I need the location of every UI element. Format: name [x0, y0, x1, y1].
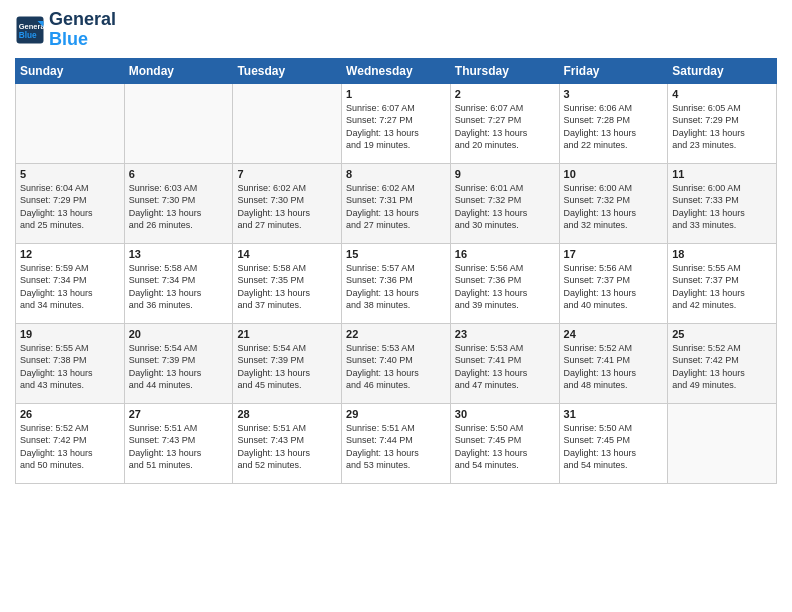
calendar-cell: 4Sunrise: 6:05 AM Sunset: 7:29 PM Daylig…: [668, 83, 777, 163]
calendar-cell: [233, 83, 342, 163]
day-number: 12: [20, 248, 120, 260]
header-day-saturday: Saturday: [668, 58, 777, 83]
day-info: Sunrise: 6:02 AM Sunset: 7:31 PM Dayligh…: [346, 182, 446, 232]
day-info: Sunrise: 6:00 AM Sunset: 7:33 PM Dayligh…: [672, 182, 772, 232]
day-info: Sunrise: 5:53 AM Sunset: 7:40 PM Dayligh…: [346, 342, 446, 392]
calendar-cell: 14Sunrise: 5:58 AM Sunset: 7:35 PM Dayli…: [233, 243, 342, 323]
svg-text:Blue: Blue: [19, 30, 37, 39]
header-day-wednesday: Wednesday: [342, 58, 451, 83]
day-info: Sunrise: 5:58 AM Sunset: 7:35 PM Dayligh…: [237, 262, 337, 312]
calendar-cell: 9Sunrise: 6:01 AM Sunset: 7:32 PM Daylig…: [450, 163, 559, 243]
day-info: Sunrise: 5:51 AM Sunset: 7:44 PM Dayligh…: [346, 422, 446, 472]
day-number: 10: [564, 168, 664, 180]
calendar-cell: 5Sunrise: 6:04 AM Sunset: 7:29 PM Daylig…: [16, 163, 125, 243]
calendar-cell: 28Sunrise: 5:51 AM Sunset: 7:43 PM Dayli…: [233, 403, 342, 483]
day-info: Sunrise: 5:55 AM Sunset: 7:37 PM Dayligh…: [672, 262, 772, 312]
header-day-monday: Monday: [124, 58, 233, 83]
calendar-cell: 11Sunrise: 6:00 AM Sunset: 7:33 PM Dayli…: [668, 163, 777, 243]
calendar-cell: 23Sunrise: 5:53 AM Sunset: 7:41 PM Dayli…: [450, 323, 559, 403]
calendar-cell: 18Sunrise: 5:55 AM Sunset: 7:37 PM Dayli…: [668, 243, 777, 323]
calendar-cell: 30Sunrise: 5:50 AM Sunset: 7:45 PM Dayli…: [450, 403, 559, 483]
day-info: Sunrise: 5:50 AM Sunset: 7:45 PM Dayligh…: [455, 422, 555, 472]
header-day-thursday: Thursday: [450, 58, 559, 83]
header-day-tuesday: Tuesday: [233, 58, 342, 83]
day-number: 11: [672, 168, 772, 180]
day-number: 29: [346, 408, 446, 420]
day-number: 26: [20, 408, 120, 420]
calendar-cell: 24Sunrise: 5:52 AM Sunset: 7:41 PM Dayli…: [559, 323, 668, 403]
calendar-cell: 19Sunrise: 5:55 AM Sunset: 7:38 PM Dayli…: [16, 323, 125, 403]
day-info: Sunrise: 6:07 AM Sunset: 7:27 PM Dayligh…: [455, 102, 555, 152]
calendar-cell: 20Sunrise: 5:54 AM Sunset: 7:39 PM Dayli…: [124, 323, 233, 403]
header-day-friday: Friday: [559, 58, 668, 83]
calendar-cell: 27Sunrise: 5:51 AM Sunset: 7:43 PM Dayli…: [124, 403, 233, 483]
calendar-cell: 12Sunrise: 5:59 AM Sunset: 7:34 PM Dayli…: [16, 243, 125, 323]
calendar-cell: 29Sunrise: 5:51 AM Sunset: 7:44 PM Dayli…: [342, 403, 451, 483]
day-number: 21: [237, 328, 337, 340]
page-container: General Blue GeneralBlue SundayMondayTue…: [0, 0, 792, 494]
day-number: 15: [346, 248, 446, 260]
logo-text: GeneralBlue: [49, 10, 116, 50]
calendar-cell: [668, 403, 777, 483]
calendar-cell: 17Sunrise: 5:56 AM Sunset: 7:37 PM Dayli…: [559, 243, 668, 323]
day-number: 17: [564, 248, 664, 260]
day-number: 19: [20, 328, 120, 340]
day-info: Sunrise: 6:03 AM Sunset: 7:30 PM Dayligh…: [129, 182, 229, 232]
calendar-cell: 21Sunrise: 5:54 AM Sunset: 7:39 PM Dayli…: [233, 323, 342, 403]
week-row-2: 12Sunrise: 5:59 AM Sunset: 7:34 PM Dayli…: [16, 243, 777, 323]
day-info: Sunrise: 6:05 AM Sunset: 7:29 PM Dayligh…: [672, 102, 772, 152]
calendar-cell: 2Sunrise: 6:07 AM Sunset: 7:27 PM Daylig…: [450, 83, 559, 163]
calendar-cell: 13Sunrise: 5:58 AM Sunset: 7:34 PM Dayli…: [124, 243, 233, 323]
calendar-table: SundayMondayTuesdayWednesdayThursdayFrid…: [15, 58, 777, 484]
day-info: Sunrise: 5:50 AM Sunset: 7:45 PM Dayligh…: [564, 422, 664, 472]
day-info: Sunrise: 5:56 AM Sunset: 7:37 PM Dayligh…: [564, 262, 664, 312]
day-info: Sunrise: 5:58 AM Sunset: 7:34 PM Dayligh…: [129, 262, 229, 312]
day-info: Sunrise: 5:51 AM Sunset: 7:43 PM Dayligh…: [237, 422, 337, 472]
day-number: 30: [455, 408, 555, 420]
calendar-cell: 7Sunrise: 6:02 AM Sunset: 7:30 PM Daylig…: [233, 163, 342, 243]
calendar-cell: 6Sunrise: 6:03 AM Sunset: 7:30 PM Daylig…: [124, 163, 233, 243]
calendar-cell: 15Sunrise: 5:57 AM Sunset: 7:36 PM Dayli…: [342, 243, 451, 323]
day-number: 31: [564, 408, 664, 420]
day-info: Sunrise: 5:54 AM Sunset: 7:39 PM Dayligh…: [237, 342, 337, 392]
day-number: 6: [129, 168, 229, 180]
day-info: Sunrise: 5:55 AM Sunset: 7:38 PM Dayligh…: [20, 342, 120, 392]
calendar-cell: 10Sunrise: 6:00 AM Sunset: 7:32 PM Dayli…: [559, 163, 668, 243]
day-number: 28: [237, 408, 337, 420]
day-number: 7: [237, 168, 337, 180]
day-number: 14: [237, 248, 337, 260]
day-number: 13: [129, 248, 229, 260]
week-row-4: 26Sunrise: 5:52 AM Sunset: 7:42 PM Dayli…: [16, 403, 777, 483]
week-row-1: 5Sunrise: 6:04 AM Sunset: 7:29 PM Daylig…: [16, 163, 777, 243]
header: General Blue GeneralBlue: [15, 10, 777, 50]
day-number: 2: [455, 88, 555, 100]
day-info: Sunrise: 6:02 AM Sunset: 7:30 PM Dayligh…: [237, 182, 337, 232]
day-number: 3: [564, 88, 664, 100]
calendar-cell: 8Sunrise: 6:02 AM Sunset: 7:31 PM Daylig…: [342, 163, 451, 243]
day-info: Sunrise: 5:52 AM Sunset: 7:42 PM Dayligh…: [672, 342, 772, 392]
day-info: Sunrise: 5:52 AM Sunset: 7:42 PM Dayligh…: [20, 422, 120, 472]
header-row: SundayMondayTuesdayWednesdayThursdayFrid…: [16, 58, 777, 83]
day-number: 22: [346, 328, 446, 340]
calendar-cell: 16Sunrise: 5:56 AM Sunset: 7:36 PM Dayli…: [450, 243, 559, 323]
day-info: Sunrise: 5:52 AM Sunset: 7:41 PM Dayligh…: [564, 342, 664, 392]
day-info: Sunrise: 6:01 AM Sunset: 7:32 PM Dayligh…: [455, 182, 555, 232]
day-info: Sunrise: 5:53 AM Sunset: 7:41 PM Dayligh…: [455, 342, 555, 392]
calendar-cell: [16, 83, 125, 163]
day-info: Sunrise: 5:56 AM Sunset: 7:36 PM Dayligh…: [455, 262, 555, 312]
day-info: Sunrise: 5:59 AM Sunset: 7:34 PM Dayligh…: [20, 262, 120, 312]
logo-icon: General Blue: [15, 15, 45, 45]
day-number: 20: [129, 328, 229, 340]
week-row-3: 19Sunrise: 5:55 AM Sunset: 7:38 PM Dayli…: [16, 323, 777, 403]
day-info: Sunrise: 6:06 AM Sunset: 7:28 PM Dayligh…: [564, 102, 664, 152]
calendar-cell: [124, 83, 233, 163]
calendar-cell: 26Sunrise: 5:52 AM Sunset: 7:42 PM Dayli…: [16, 403, 125, 483]
day-info: Sunrise: 5:54 AM Sunset: 7:39 PM Dayligh…: [129, 342, 229, 392]
day-info: Sunrise: 5:51 AM Sunset: 7:43 PM Dayligh…: [129, 422, 229, 472]
day-number: 1: [346, 88, 446, 100]
day-number: 24: [564, 328, 664, 340]
day-number: 9: [455, 168, 555, 180]
day-number: 8: [346, 168, 446, 180]
day-number: 16: [455, 248, 555, 260]
day-number: 25: [672, 328, 772, 340]
